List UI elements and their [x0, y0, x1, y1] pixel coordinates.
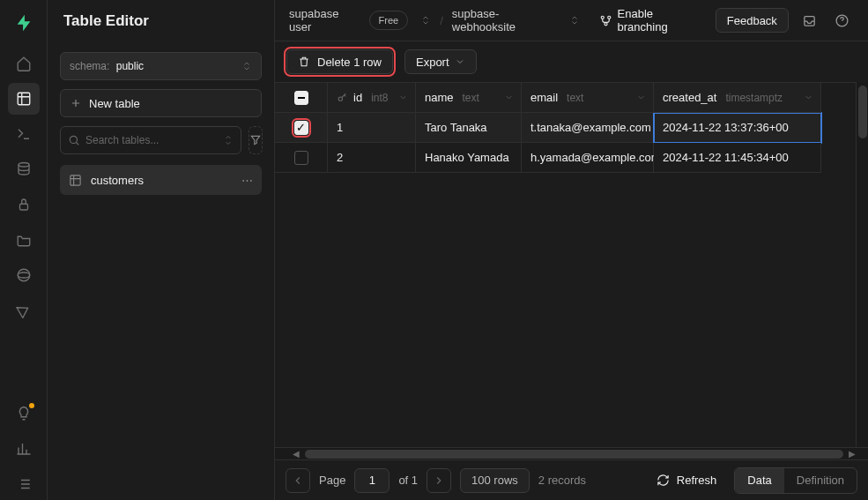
- view-toggle: Data Definition: [734, 467, 857, 494]
- select-all-checkbox[interactable]: [275, 83, 328, 113]
- search-icon: [68, 134, 80, 146]
- chevron-down-icon[interactable]: [804, 93, 813, 102]
- chevron-down-icon[interactable]: [636, 93, 646, 102]
- cell-name[interactable]: Taro Tanaka: [416, 113, 522, 143]
- branch-icon: [599, 14, 612, 27]
- feedback-button[interactable]: Feedback: [716, 8, 789, 33]
- refresh-button[interactable]: Refresh: [646, 474, 728, 487]
- rows-per-page[interactable]: 100 rows: [460, 468, 530, 493]
- page-of-label: of 1: [398, 474, 418, 487]
- svg-point-1: [19, 163, 29, 168]
- table-icon: [69, 174, 82, 187]
- page-title: Table Editor: [48, 0, 274, 41]
- chevron-down-icon[interactable]: [398, 93, 408, 102]
- chevron-down-icon[interactable]: [504, 93, 514, 102]
- new-table-button[interactable]: New table: [60, 89, 262, 117]
- nav-storage[interactable]: [8, 224, 40, 256]
- nav-edge[interactable]: [8, 259, 40, 291]
- column-header-email[interactable]: emailtext: [522, 83, 654, 113]
- schema-selector[interactable]: schema: public: [60, 52, 262, 80]
- svg-point-3: [18, 269, 30, 281]
- cell-id[interactable]: 1: [328, 113, 416, 143]
- svg-point-11: [338, 97, 342, 101]
- export-button[interactable]: Export: [404, 49, 477, 74]
- table-item-customers[interactable]: customers ⋯: [60, 165, 262, 195]
- enable-branching-button[interactable]: Enable branching: [589, 8, 707, 33]
- svg-point-5: [70, 136, 77, 143]
- vertical-scrollbar[interactable]: [856, 82, 868, 447]
- nav-rail: [0, 0, 48, 500]
- chevron-left-icon: [292, 474, 304, 487]
- nav-reports[interactable]: [8, 433, 40, 465]
- view-data-tab[interactable]: Data: [735, 468, 783, 493]
- svg-point-7: [601, 16, 604, 19]
- trash-icon: [298, 56, 310, 68]
- nav-sql[interactable]: [8, 118, 40, 150]
- cell-email[interactable]: t.tanaka@example.com: [522, 113, 654, 143]
- filter-button[interactable]: [249, 126, 263, 154]
- project-switch-icon[interactable]: [569, 15, 580, 26]
- supabase-logo[interactable]: [10, 9, 38, 37]
- help-icon: [835, 13, 849, 28]
- cell-id[interactable]: 2: [328, 143, 416, 173]
- svg-point-9: [604, 22, 606, 25]
- cell-name[interactable]: Hanako Yamada: [416, 143, 522, 173]
- delete-highlight: Delete 1 row: [284, 47, 396, 77]
- sidebar: Table Editor schema: public New table: [48, 0, 275, 500]
- plan-badge[interactable]: Free: [369, 11, 409, 30]
- filter-icon: [249, 134, 262, 146]
- row-checkbox[interactable]: [275, 143, 328, 173]
- nav-auth[interactable]: [8, 189, 40, 220]
- cell-created-at[interactable]: 2024-11-22 13:37:36+00: [654, 113, 821, 143]
- delete-rows-button[interactable]: Delete 1 row: [286, 49, 393, 74]
- row-checkbox[interactable]: ✓: [275, 113, 328, 143]
- prev-page-button[interactable]: [286, 468, 310, 493]
- next-page-button[interactable]: [427, 468, 451, 493]
- nav-realtime[interactable]: [8, 295, 40, 326]
- svg-rect-6: [70, 175, 80, 184]
- help-button[interactable]: [830, 7, 854, 34]
- refresh-icon: [657, 474, 670, 487]
- chevron-right-icon: [433, 474, 445, 487]
- column-header-name[interactable]: nametext: [416, 83, 522, 113]
- svg-point-8: [607, 16, 610, 19]
- svg-rect-2: [19, 204, 27, 210]
- cell-created-at[interactable]: 2024-11-22 11:45:34+00: [654, 143, 821, 173]
- records-count: 2 records: [538, 474, 586, 487]
- svg-rect-0: [18, 93, 30, 105]
- chevron-down-icon: [455, 56, 465, 67]
- key-icon: [337, 92, 348, 103]
- view-definition-tab[interactable]: Definition: [784, 468, 857, 493]
- project-name[interactable]: supbase-webhooksite: [452, 7, 557, 34]
- column-header-id[interactable]: idint8: [328, 83, 416, 113]
- nav-home[interactable]: [8, 48, 40, 79]
- horizontal-scrollbar[interactable]: ◀▶: [275, 447, 868, 459]
- org-switch-icon[interactable]: [420, 15, 431, 26]
- toolbar: Delete 1 row Export: [275, 41, 868, 82]
- inbox-button[interactable]: [798, 7, 821, 34]
- nav-database[interactable]: [8, 153, 40, 185]
- data-grid: idint8 nametext emailtext created_attime…: [275, 82, 868, 447]
- nav-list[interactable]: [8, 468, 40, 500]
- page-input[interactable]: [354, 468, 389, 493]
- main: supabase user Free / supbase-webhooksite…: [275, 0, 868, 500]
- column-header-created-at[interactable]: created_attimestamptz: [654, 83, 821, 113]
- nav-table-editor[interactable]: [8, 83, 40, 115]
- nav-advisor[interactable]: [8, 398, 40, 429]
- inbox-icon: [802, 13, 817, 28]
- table-item-menu[interactable]: ⋯: [241, 174, 253, 187]
- search-tables-input[interactable]: [60, 126, 241, 154]
- topbar: supabase user Free / supbase-webhooksite…: [275, 0, 868, 41]
- footer: Page of 1 100 rows 2 records Refresh Dat…: [275, 459, 868, 500]
- svg-point-4: [18, 272, 30, 278]
- cell-email[interactable]: h.yamada@example.com: [522, 143, 654, 173]
- chevron-down-icon: [223, 135, 234, 146]
- org-name[interactable]: supabase user: [289, 7, 360, 34]
- page-label: Page: [319, 474, 345, 487]
